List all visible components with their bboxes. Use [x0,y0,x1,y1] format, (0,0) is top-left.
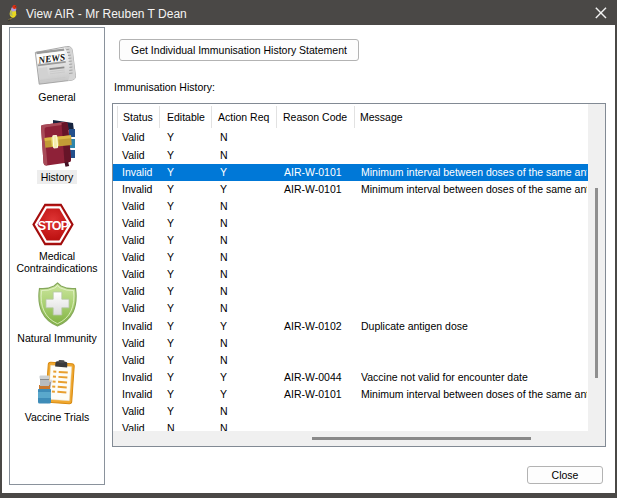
svg-text:STOP: STOP [38,219,69,233]
